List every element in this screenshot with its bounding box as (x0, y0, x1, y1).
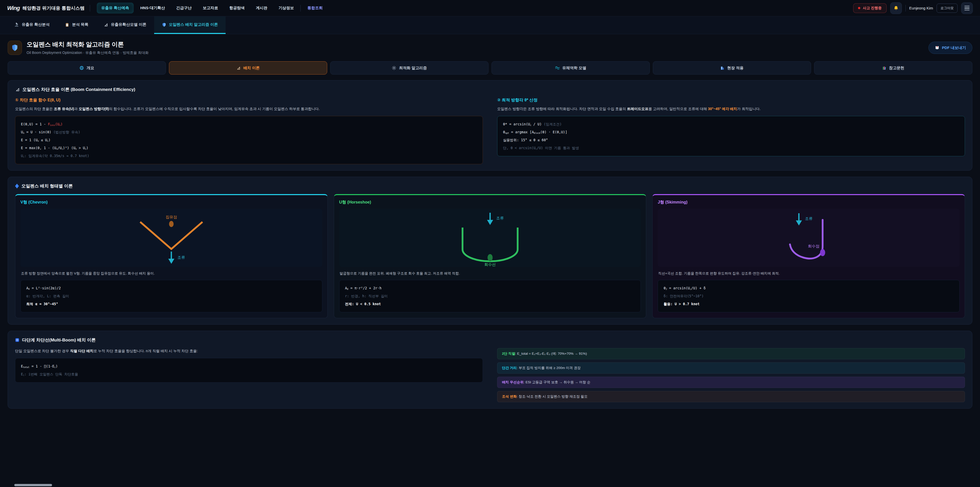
j-formula: θJ = arcsin(Uc/U) + δ δ: 안전여유각(5°~10°) 활… (658, 280, 959, 312)
collection-point-label: 집유점 (165, 215, 177, 219)
horizontal-scrollbar-thumb[interactable] (14, 484, 52, 486)
recovery-dot (487, 254, 493, 261)
card-title: J형 (Skimming) (658, 200, 959, 205)
bell-icon (893, 5, 899, 11)
divider (90, 5, 90, 11)
incident-status-badge[interactable]: 사고 진행중 (853, 3, 886, 13)
section-tabs: 개요 배치 이론 최적화 알고리즘 유체역학 모델 현장 적용 참고문헌 (8, 61, 972, 75)
nav-hns-atmospheric[interactable]: HNS·대기확산 (136, 3, 170, 14)
section-title: 다단계 차단선(Multi-Boom) 배치 이론 (15, 337, 965, 343)
nav-integrated-search[interactable]: 통합조회 (303, 3, 327, 14)
tab-label: 유출유 확산분석 (22, 22, 49, 27)
section-deployment-shapes: 오일펜스 배치 형태별 이론 V형 (Chevron) 집유점 조류 조류 방향… (8, 177, 972, 324)
building-icon (720, 66, 724, 70)
notifications-button[interactable] (890, 2, 902, 14)
ruler-icon (103, 22, 108, 27)
section-tab-label: 배치 이론 (243, 65, 259, 70)
page-header: 오일펜스 배치 최적화 알고리즘 이론 Oil Boom Deployment … (0, 34, 980, 60)
section-tab-label: 개요 (86, 65, 94, 70)
brand[interactable]: Wing 해양환경 위기대응 통합시스템 (7, 5, 85, 11)
j-skimming-diagram: 조류 회수점 (658, 209, 959, 267)
multiboom-paragraph: 단일 오일펜스로 차단 불가한 경우 직렬 다단 배치로 누적 차단 효율을 향… (15, 348, 483, 354)
nav-emergency-rescue[interactable]: 긴급구난 (172, 3, 196, 14)
clipboard-icon (65, 22, 69, 27)
status-dot-icon (858, 7, 860, 9)
collection-point-dot (169, 221, 173, 227)
section-tab-deployment-theory[interactable]: 배치 이론 (169, 61, 327, 75)
nav-weather[interactable]: 기상정보 (274, 3, 298, 14)
recovery-label: 회수점 (808, 244, 819, 248)
efficiency-right-column: ② 최적 방향각 θ* 산정 오일펜스 방향각은 조류 방향에 따라 최적화됩니… (497, 97, 965, 164)
card-j-skimming: J형 (Skimming) 조류 회수점 직선+곡선 조합. 기름을 한쪽으로 … (652, 194, 965, 318)
multiboom-formula: Etotal = 1 - ∏(1-Ei) Ei: i번째 오일펜스 단독 차단효… (15, 358, 483, 383)
current-arrow-head (168, 259, 174, 264)
recovery-dot (820, 249, 825, 256)
card-caption: 직선+곡선 조합. 기름을 한쪽으로 편향 유도하여 집유. 강조류·연안 배치… (658, 271, 959, 276)
note-spacing: 단간 거리: 부표 집적 방지를 위해 ≥ 200m 이격 권장 (497, 362, 965, 374)
efficiency-columns: ① 차단 효율 함수 E(θ, U) 오일펜스의 차단 효율은 조류 유속(U)… (15, 97, 965, 164)
main-nav: 유출유 확산예측 HNS·대기확산 긴급구난 보고자료 항공탐색 게시판 기상정… (97, 3, 848, 14)
nav-aerial-search[interactable]: 항공탐색 (224, 3, 249, 14)
note-priority: 배치 우선순위: ESI 고등급 구역 보호 → 취수원 → 어항 순 (497, 377, 965, 388)
nav-reports[interactable]: 보고자료 (198, 3, 223, 14)
globe-icon (80, 65, 84, 70)
current-arrow-head (487, 220, 493, 225)
optimal-angle-heading: ② 최적 방향각 θ* 산정 (497, 97, 965, 103)
page-subtitle: Oil Boom Deployment Optimization · 유출유 확… (27, 51, 924, 55)
book-icon (935, 45, 939, 50)
card-caption: 말굽형으로 기름을 완전 포위. 폐쇄형 구조로 회수 효율 최고. 저조류 해… (340, 271, 641, 276)
hamburger-icon (964, 6, 969, 10)
logout-button[interactable]: 로그아웃 (937, 3, 958, 13)
section-multiboom: 다단계 차단선(Multi-Boom) 배치 이론 단일 오일펜스로 차단 불가… (8, 331, 972, 409)
section-tab-label: 최적화 알고리즘 (399, 65, 427, 70)
page-title: 오일펜스 배치 최적화 알고리즘 이론 (27, 40, 924, 48)
tab-analysis-list[interactable]: 분석 목록 (57, 16, 96, 34)
nav-oil-spill-prediction[interactable]: 유출유 확산예측 (97, 3, 134, 14)
multiboom-left-column: 단일 오일펜스로 차단 불가한 경우 직렬 다단 배치로 누적 차단 효율을 향… (15, 348, 483, 402)
tab-diffusion-model-theory[interactable]: 유출유확산모델 이론 (96, 16, 154, 34)
section-tab-optimization[interactable]: 최적화 알고리즘 (330, 61, 488, 75)
section-tab-hydrodynamics[interactable]: 유체역학 모델 (492, 61, 650, 75)
diamond-icon (15, 184, 19, 188)
multiboom-grid-icon (15, 338, 19, 342)
top-header: Wing 해양환경 위기대응 통합시스템 유출유 확산예측 HNS·대기확산 긴… (0, 0, 980, 16)
multiboom-columns: 단일 오일펜스로 차단 불가한 경우 직렬 다단 배치로 누적 차단 효율을 향… (15, 348, 965, 402)
sub-tabbar: 유출유 확산분석 분석 목록 유출유확산모델 이론 오일펜스 배치 알고리즘 이… (0, 16, 980, 34)
card-u-horseshoe: U형 (Horseshoe) 조류 회수선 말굽형으로 기름을 완전 포위. 폐… (334, 194, 646, 318)
card-caption: 조류 방향 정면에서 양측으로 펼친 V형. 기름을 중앙 집유점으로 유도. … (21, 271, 322, 276)
divider (905, 5, 906, 11)
section-tab-references[interactable]: 참고문헌 (814, 61, 972, 75)
tab-boom-algorithm-theory[interactable]: 오일펜스 배치 알고리즘 이론 (154, 16, 226, 34)
pdf-button-label: PDF 내보내기 (942, 45, 966, 50)
shield-icon (11, 44, 19, 51)
menu-button[interactable] (961, 2, 973, 14)
system-title: 해양환경 위기대응 통합시스템 (22, 5, 85, 11)
v-formula: AV = L²·sin(2α)/2 α: 반개각, L: 편측 길이 최적 α … (21, 280, 322, 312)
status-badge-label: 사고 진행중 (863, 6, 882, 10)
section-boom-efficiency: 오일펜스 차단 효율 이론 (Boom Containment Efficien… (8, 80, 972, 171)
pdf-export-button[interactable]: PDF 내보내기 (928, 42, 972, 54)
user-name: Eunjeong Kim (909, 6, 933, 10)
nav-board[interactable]: 게시판 (251, 3, 272, 14)
u-horseshoe-diagram: 조류 회수선 (339, 209, 641, 267)
section-tab-field-application[interactable]: 현장 적용 (653, 61, 811, 75)
card-title: V형 (Chevron) (21, 200, 322, 205)
card-title: U형 (Horseshoe) (339, 200, 641, 205)
tab-label: 유출유확산모델 이론 (111, 22, 146, 27)
u-formula: AU = π·r²/2 + 2r·h r: 반경, h: 직선부 길이 전제: … (339, 280, 641, 312)
page-titles: 오일펜스 배치 최적화 알고리즘 이론 Oil Boom Deployment … (27, 40, 924, 55)
current-label: 조류 (805, 216, 813, 220)
app-root: { "colors": { "accent_cyan": "#22d3ee", … (0, 0, 980, 487)
efficiency-function-paragraph: 오일펜스의 차단 효율은 조류 유속(U)과 오일펜스 방향각(θ)의 함수입니… (15, 106, 483, 112)
efficiency-left-column: ① 차단 효율 함수 E(θ, U) 오일펜스의 차단 효율은 조류 유속(U)… (15, 97, 483, 164)
page-icon (8, 41, 22, 55)
section-tab-overview[interactable]: 개요 (8, 61, 166, 75)
tab-oil-spill-analysis[interactable]: 유출유 확산분석 (6, 16, 57, 34)
section-tab-label: 현장 적용 (727, 65, 743, 70)
j-boom-line (790, 220, 823, 259)
optimal-angle-paragraph: 오일펜스 방향각은 조류 방향에 따라 최적화됩니다. 차단 면적과 오일 수집… (497, 106, 965, 112)
note-series-two-stage: 2단 직렬: E_total = E₁+E₂-E₁·E₂ (예: 70%+70%… (497, 348, 965, 359)
note-tidal-change: 조석 변화: 창조·낙조 전환 시 오일펜스 방향 재조정 필요 (497, 391, 965, 402)
tab-label: 오일펜스 배치 알고리즘 이론 (169, 22, 218, 27)
gear-icon (392, 65, 396, 70)
